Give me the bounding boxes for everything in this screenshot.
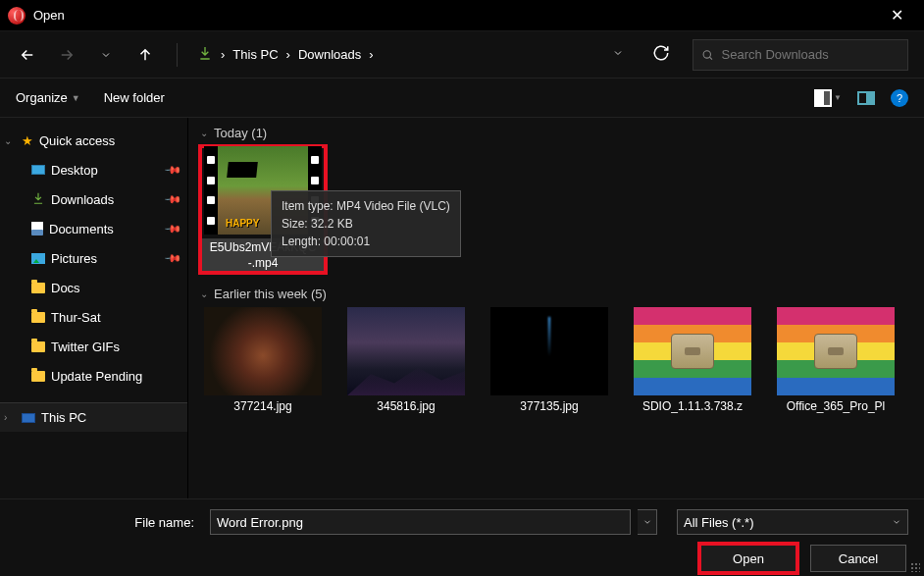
- documents-icon: [31, 222, 43, 236]
- chevron-right-icon: ›: [221, 47, 225, 62]
- group-header-earlier[interactable]: ⌄ Earlier this week (5): [200, 287, 912, 301]
- chevron-down-icon: ▼: [72, 93, 80, 103]
- folder-icon: [31, 312, 45, 323]
- breadcrumb-downloads[interactable]: Downloads: [298, 47, 361, 62]
- filename-label: File name:: [16, 515, 202, 530]
- filename-history-dropdown[interactable]: [638, 509, 657, 535]
- video-thumbnail: HAPPY: [204, 146, 322, 235]
- file-item-video[interactable]: HAPPY E5Ubs2mVEAkKQC-.mp4: [200, 146, 326, 273]
- group-header-today[interactable]: ⌄ Today (1): [200, 126, 912, 140]
- back-button[interactable]: [16, 43, 39, 67]
- sidebar-item-docs[interactable]: Docs: [0, 273, 187, 302]
- file-item[interactable]: Office_365_Pro_Pl: [773, 307, 898, 415]
- chevron-right-icon: ›: [286, 47, 290, 62]
- pin-icon: 📌: [163, 160, 181, 179]
- sidebar-item-update-pending[interactable]: Update Pending: [0, 361, 187, 391]
- file-item[interactable]: 345816.jpg: [343, 307, 469, 415]
- image-thumbnail: [347, 307, 465, 395]
- search-input[interactable]: [722, 47, 899, 62]
- download-icon: [31, 191, 45, 208]
- preview-pane-button[interactable]: [857, 91, 875, 105]
- sidebar: ⌄ ★ Quick access Desktop 📌 Downloads 📌 D…: [0, 118, 188, 498]
- this-pc-icon: [22, 413, 35, 423]
- forward-button[interactable]: [55, 43, 78, 67]
- filename-input[interactable]: [210, 509, 631, 535]
- pin-icon: 📌: [163, 248, 181, 267]
- chevron-right-icon: ›: [4, 412, 16, 423]
- desktop-icon: [31, 165, 45, 175]
- sidebar-item-pictures[interactable]: Pictures 📌: [0, 243, 187, 273]
- up-button[interactable]: [133, 43, 157, 67]
- sidebar-item-thur-sat[interactable]: Thur-Sat: [0, 302, 187, 332]
- chevron-right-icon: ›: [369, 47, 373, 62]
- sidebar-item-downloads[interactable]: Downloads 📌: [0, 184, 187, 214]
- star-icon: ★: [22, 133, 33, 148]
- search-icon: [701, 48, 714, 62]
- file-type-filter[interactable]: All Files (*.*): [677, 509, 908, 535]
- open-button[interactable]: Open: [700, 545, 796, 572]
- breadcrumb-this-pc[interactable]: This PC: [232, 47, 278, 62]
- search-box[interactable]: [693, 39, 908, 71]
- help-button[interactable]: ?: [891, 89, 908, 107]
- organize-button[interactable]: Organize ▼: [16, 90, 80, 105]
- view-mode-button[interactable]: ▼: [814, 89, 842, 107]
- dialog-footer: File name: All Files (*.*) Open Cancel: [0, 498, 924, 576]
- resize-grip[interactable]: [910, 562, 920, 572]
- archive-icon: [777, 307, 895, 395]
- sidebar-item-twitter-gifs[interactable]: Twitter GIFs: [0, 332, 187, 361]
- folder-icon: [31, 341, 45, 352]
- breadcrumb[interactable]: › This PC › Downloads ›: [197, 45, 374, 64]
- close-button[interactable]: ✕: [877, 6, 916, 25]
- chevron-down-icon: ⌄: [4, 135, 16, 146]
- opera-logo-icon: [8, 7, 26, 25]
- chevron-down-icon: ▼: [834, 93, 842, 102]
- chevron-down-icon: ⌄: [200, 128, 208, 138]
- image-thumbnail: [204, 307, 322, 395]
- cancel-button[interactable]: Cancel: [810, 545, 906, 572]
- pin-icon: 📌: [163, 189, 181, 208]
- pictures-icon: [31, 253, 45, 264]
- file-item[interactable]: 377135.jpg: [487, 307, 612, 415]
- title-bar: Open ✕: [0, 0, 924, 31]
- view-icon: [814, 89, 832, 107]
- address-dropdown[interactable]: [606, 47, 630, 62]
- window-title: Open: [33, 8, 65, 23]
- sidebar-item-documents[interactable]: Documents 📌: [0, 214, 187, 243]
- downloads-location-icon: [197, 45, 213, 64]
- file-item[interactable]: 377214.jpg: [200, 307, 326, 415]
- toolbar: Organize ▼ New folder ▼ ?: [0, 79, 924, 118]
- sidebar-item-desktop[interactable]: Desktop 📌: [0, 155, 187, 184]
- chevron-down-icon: ⌄: [200, 288, 208, 299]
- file-item[interactable]: SDIO_1.11.3.738.z: [630, 307, 755, 415]
- folder-icon: [31, 371, 45, 382]
- navigation-bar: › This PC › Downloads ›: [0, 31, 924, 79]
- recent-dropdown[interactable]: [94, 43, 118, 67]
- image-thumbnail: [490, 307, 608, 395]
- svg-point-0: [703, 50, 710, 57]
- sidebar-quick-access[interactable]: ⌄ ★ Quick access: [0, 126, 187, 155]
- folder-icon: [31, 283, 45, 293]
- sidebar-this-pc[interactable]: › This PC: [0, 402, 187, 432]
- file-list-pane[interactable]: ⌄ Today (1) HAPPY E5Ubs2mVEAkKQC-.mp4 It…: [188, 118, 924, 498]
- refresh-button[interactable]: [645, 44, 677, 65]
- pin-icon: 📌: [163, 219, 181, 237]
- archive-icon: [634, 307, 751, 395]
- chevron-down-icon: [892, 517, 901, 527]
- new-folder-button[interactable]: New folder: [104, 90, 165, 105]
